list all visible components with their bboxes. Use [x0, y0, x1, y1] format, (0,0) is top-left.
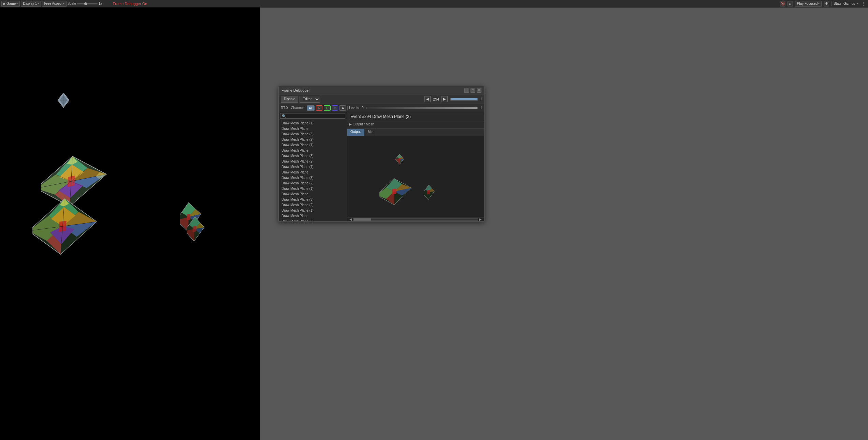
game-chevron-icon: ▾ — [16, 2, 18, 5]
scene-view — [260, 7, 868, 440]
play-focused-chevron-icon: ▾ — [818, 2, 820, 5]
gizmos-label[interactable]: Gizmos — [843, 2, 855, 5]
card-small-1 — [57, 92, 70, 109]
channels-label: Channels — [291, 106, 305, 110]
play-focused-label: Play Focused — [797, 2, 818, 5]
scale-value: 1x — [99, 2, 102, 5]
game-toolbar: ▶ Game ▾ Display 1 ▾ Free Aspect ▾ Scale… — [0, 0, 260, 7]
card-small-3 — [187, 216, 207, 243]
game-dropdown[interactable]: ▶ Game ▾ — [1, 1, 20, 7]
list-item[interactable]: Draw Mesh Plane (3) — [279, 196, 347, 202]
disable-button[interactable]: Disable — [281, 96, 298, 103]
debugger-toolbar: Disable Editor ◀ 294 ▶ 1 — [279, 94, 484, 104]
list-item[interactable]: Draw Mesh Plane (1) — [279, 185, 347, 191]
list-item[interactable]: Draw Mesh Plane (3) — [279, 131, 347, 136]
list-item[interactable]: Draw Mesh Plane (2) — [279, 136, 347, 142]
svg-rect-52 — [399, 158, 401, 161]
list-item[interactable]: Draw Mesh Plane (2) — [279, 158, 347, 164]
debugger-main: Draw Mesh Plane (1) Draw Mesh Plane Draw… — [279, 112, 484, 221]
nav-controls: ◀ 294 ▶ — [424, 96, 448, 102]
ch-g-button[interactable]: G — [324, 105, 331, 111]
rt-label: RT.0 — [281, 106, 288, 110]
ch-r-button[interactable]: R — [316, 105, 322, 111]
levels-max: 1 — [479, 106, 482, 110]
levels-label: Levels — [349, 106, 359, 110]
counter-label: 294 — [432, 97, 440, 101]
levels-gradient — [367, 107, 478, 109]
search-input[interactable] — [280, 113, 345, 119]
list-item[interactable]: Draw Mesh Plane — [279, 169, 347, 175]
game-view — [0, 7, 260, 440]
list-item[interactable]: Draw Mesh Plane — [279, 125, 347, 131]
scene-toolbar-right: 🔇 ⊞ Play Focused ▾ ⚙ Stats Gizmos ▾ ⋮ — [780, 1, 866, 7]
more-options-icon[interactable]: ⋮ — [860, 1, 866, 6]
game-icon: ▶ — [3, 2, 6, 5]
scale-control: Scale 1x — [68, 2, 102, 5]
progress-bar[interactable] — [450, 98, 478, 101]
event-title: Event #294 Draw Mesh Plane (2) — [347, 112, 484, 121]
frame-debugger-on-label: Frame Debugger On — [113, 2, 147, 6]
scale-slider-thumb — [84, 2, 87, 5]
aspect-chevron-icon: ▾ — [63, 2, 64, 5]
scroll-right-icon[interactable]: ▶ — [478, 217, 483, 222]
debugger-list[interactable]: Draw Mesh Plane (1) Draw Mesh Plane Draw… — [279, 112, 347, 221]
list-item[interactable]: Draw Mesh Plane (3) — [279, 153, 347, 158]
svg-rect-45 — [193, 226, 197, 232]
mesh-tab-label: Me — [368, 130, 373, 134]
debugger-detail: Event #294 Draw Mesh Plane (2) ▶ Output … — [347, 112, 484, 221]
list-item[interactable]: Draw Mesh Plane (2) — [279, 202, 347, 207]
list-item[interactable]: Draw Mesh Plane — [279, 213, 347, 218]
scroll-left-icon[interactable]: ◀ — [348, 217, 353, 222]
frame-debugger-panel: Frame Debugger ⋮ □ ✕ Disable Editor ◀ 29… — [278, 86, 484, 222]
prev-button[interactable]: ◀ — [424, 96, 431, 102]
menu-icon[interactable]: ⋮ — [464, 88, 469, 93]
mesh-tab[interactable]: Me — [364, 129, 376, 136]
levels-value: 0 — [360, 106, 365, 110]
list-item[interactable]: Draw Mesh Plane (1) — [279, 120, 347, 125]
output-mesh-tabs: ▶ Output / Mesh — [347, 121, 484, 129]
aspect-dropdown[interactable]: Free Aspect ▾ — [42, 1, 66, 7]
progress-end: 1 — [479, 97, 482, 101]
preview-card-medium-1 — [379, 177, 415, 207]
ch-a-button[interactable]: A — [339, 105, 346, 111]
maximize-icon[interactable]: □ — [471, 88, 475, 93]
list-search — [279, 112, 347, 120]
list-item[interactable]: Draw Mesh Plane — [279, 147, 347, 153]
display-label: Display 1 — [23, 2, 37, 5]
list-item[interactable]: Draw Mesh Plane — [279, 191, 347, 196]
close-icon[interactable]: ✕ — [477, 88, 481, 93]
settings-icon[interactable]: ⚙ — [824, 1, 829, 6]
ch-all-button[interactable]: All — [307, 105, 315, 111]
next-button[interactable]: ▶ — [442, 96, 448, 102]
levels-slider[interactable] — [366, 107, 478, 109]
layers-icon[interactable]: ⊞ — [787, 1, 793, 6]
list-item[interactable]: Draw Mesh Plane (2) — [279, 180, 347, 185]
play-focused-dropdown[interactable]: Play Focused ▾ — [795, 1, 822, 7]
gizmos-chevron-icon: ▾ — [857, 2, 858, 5]
mute-icon[interactable]: 🔇 — [780, 1, 785, 6]
list-item[interactable]: Draw Mesh Plane (1) — [279, 207, 347, 213]
output-tab[interactable]: Output — [347, 129, 364, 136]
frame-debugger-titlebar: Frame Debugger ⋮ □ ✕ — [279, 86, 484, 94]
scene-toolbar: 🔇 ⊞ Play Focused ▾ ⚙ Stats Gizmos ▾ ⋮ — [260, 0, 868, 7]
list-item[interactable]: Draw Mesh Plane (3) — [279, 218, 347, 221]
preview-card-small — [395, 153, 404, 166]
editor-select[interactable]: Editor — [300, 96, 320, 103]
display-chevron-icon: ▾ — [38, 2, 39, 5]
horizontal-scrollbar[interactable] — [353, 218, 478, 221]
list-item[interactable]: Draw Mesh Plane (3) — [279, 175, 347, 180]
progress-fill — [451, 98, 477, 100]
ch-b-button[interactable]: B — [332, 105, 338, 111]
debugger-scrollbar: ◀ ▶ — [347, 217, 484, 221]
frame-debugger-title: Frame Debugger — [281, 88, 310, 92]
output-tab-bar: Output Me — [347, 129, 484, 136]
ch-separator2 — [347, 106, 348, 110]
output-tab-label: Output — [350, 130, 361, 134]
output-mesh-path: ▶ Output / Mesh — [347, 121, 376, 128]
scale-slider[interactable] — [77, 3, 98, 4]
display-dropdown[interactable]: Display 1 ▾ — [21, 1, 41, 7]
stats-label[interactable]: Stats — [834, 2, 841, 5]
list-item[interactable]: Draw Mesh Plane (1) — [279, 164, 347, 169]
preview-card-small-right — [424, 184, 437, 201]
list-item[interactable]: Draw Mesh Plane (1) — [279, 142, 347, 147]
